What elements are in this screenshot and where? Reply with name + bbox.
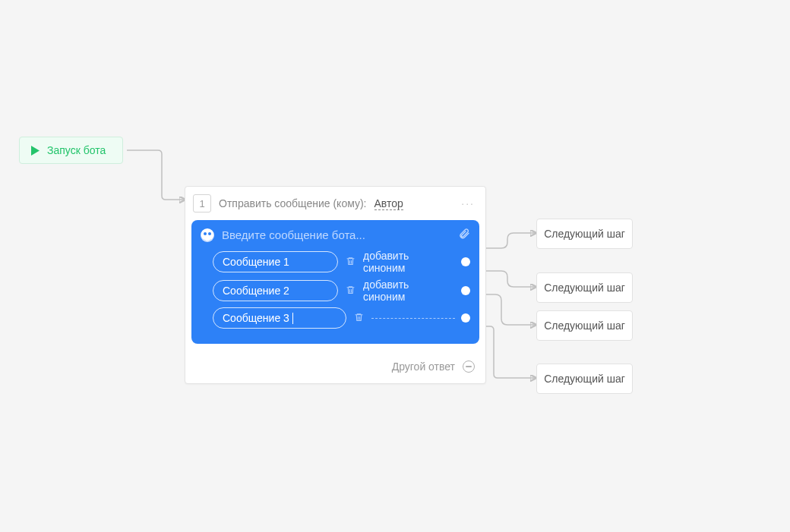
bot-avatar-icon	[201, 228, 214, 242]
reply-row: Сообщение 1 добавить синоним	[201, 250, 470, 274]
other-answer-row: Другой ответ	[185, 350, 485, 383]
reply-output-port[interactable]	[461, 257, 470, 266]
reply-input[interactable]: Сообщение 2	[213, 280, 338, 301]
next-step-node[interactable]: Следующий шаг	[536, 272, 633, 303]
message-input-placeholder[interactable]: Введите сообщение бота...	[222, 228, 450, 241]
reply-output-port[interactable]	[461, 313, 470, 323]
play-icon	[31, 146, 40, 156]
reply-input[interactable]: Сообщение 3	[213, 307, 346, 329]
trash-icon[interactable]	[354, 312, 364, 325]
connector-dots	[371, 318, 455, 319]
next-step-node[interactable]: Следующий шаг	[536, 364, 633, 394]
more-icon[interactable]: ···	[461, 197, 475, 209]
card-header: 1 Отправить сообщение (кому): Автор ···	[185, 187, 485, 220]
reply-input[interactable]: Сообщение 1	[213, 251, 338, 272]
reply-label: Сообщение 1	[223, 256, 289, 268]
reply-row: Сообщение 2 добавить синоним	[201, 279, 470, 303]
step-number-badge: 1	[193, 194, 211, 212]
next-step-label: Следующий шаг	[544, 228, 625, 240]
message-card: 1 Отправить сообщение (кому): Автор ··· …	[185, 186, 486, 384]
other-output-port[interactable]	[463, 360, 475, 373]
start-node-label: Запуск бота	[47, 144, 106, 156]
add-synonym-link[interactable]: добавить синоним	[363, 279, 447, 303]
start-node[interactable]: Запуск бота	[19, 137, 123, 164]
trash-icon[interactable]	[346, 285, 356, 297]
send-to-label: Отправить сообщение (кому):	[219, 197, 367, 209]
next-step-label: Следующий шаг	[544, 373, 625, 385]
next-step-node[interactable]: Следующий шаг	[536, 310, 633, 341]
next-step-label: Следующий шаг	[544, 320, 625, 332]
reply-row: Сообщение 3	[201, 307, 470, 329]
next-step-node[interactable]: Следующий шаг	[536, 219, 633, 249]
attachment-icon[interactable]	[458, 228, 470, 242]
next-step-label: Следующий шаг	[544, 282, 625, 294]
other-answer-label: Другой ответ	[392, 360, 455, 373]
reply-label: Сообщение 3	[223, 312, 289, 324]
text-cursor	[292, 313, 293, 324]
message-body: Введите сообщение бота... Сообщение 1 до…	[191, 220, 479, 344]
recipient-link[interactable]: Автор	[374, 197, 403, 210]
add-synonym-link[interactable]: добавить синоним	[363, 250, 447, 274]
reply-label: Сообщение 2	[223, 285, 289, 297]
trash-icon[interactable]	[346, 256, 356, 269]
reply-output-port[interactable]	[461, 286, 470, 295]
